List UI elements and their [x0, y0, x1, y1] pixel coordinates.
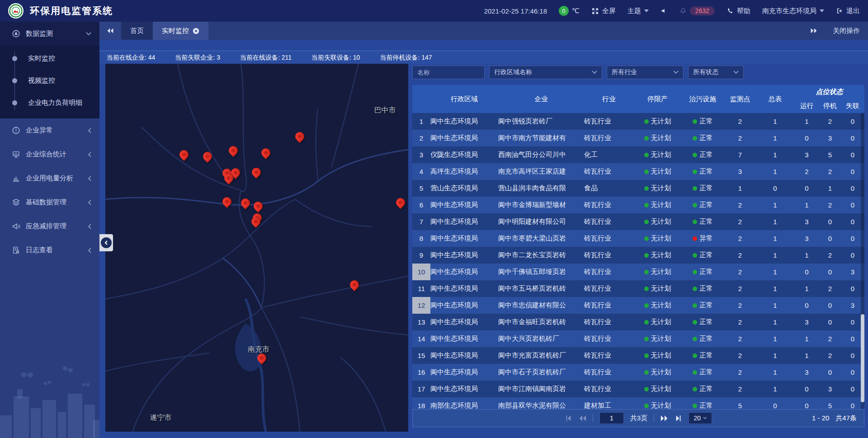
table-row[interactable]: 18南部生态环境局南部县双华水泥有限公建材加工无计划正常50050	[412, 397, 864, 409]
cell-region: 阆中生态环境局	[430, 280, 498, 297]
double-chevron-right-icon[interactable]	[810, 28, 817, 34]
table-row[interactable]: 10阆中生态环境局阆中千佛镇五郎垭页岩砖瓦行业无计划正常21003	[412, 264, 864, 280]
cell-stop: 无计划	[634, 213, 681, 230]
sidebar-item-enterprise-abnormal[interactable]: 企业异常	[0, 118, 99, 142]
map-pin[interactable]	[257, 353, 267, 365]
cell-region: 阆中生态环境局	[430, 230, 498, 247]
cell-points: 7	[724, 146, 756, 163]
cell-meters: 0	[756, 180, 794, 197]
cell-region: 阆中生态环境局	[430, 264, 498, 280]
table-row[interactable]: 14阆中生态环境局阆中大兴页岩机砖厂砖瓦行业无计划正常21120	[412, 330, 864, 347]
tabs-scroll-left-button[interactable]	[99, 22, 121, 40]
cell-region: 阆中生态环境局	[430, 247, 498, 264]
map-pin[interactable]	[253, 201, 263, 213]
sidebar-subitem-power-load-detail[interactable]: 企业电力负荷明细	[0, 92, 99, 114]
table-row[interactable]: 8阆中生态环境局阆中市枣碧大梁山页岩砖瓦行业无计划异常21300	[412, 230, 864, 247]
table-scrollbar[interactable]	[861, 113, 864, 409]
map-pin[interactable]	[349, 279, 359, 292]
industry-select[interactable]: 所有行业	[607, 66, 684, 79]
cell-run: 1	[794, 280, 819, 297]
cell-no: 7	[412, 213, 430, 230]
cell-facility: 正常	[681, 381, 724, 397]
table-row[interactable]: 6阆中生态环境局阆中市金博瑞新型墙材砖瓦行业无计划正常21120	[412, 197, 864, 213]
cell-stop_count: 0	[819, 230, 841, 247]
sidebar-item-power-usage-analysis[interactable]: 企业用电量分析	[0, 166, 99, 190]
pin-head-icon	[250, 165, 263, 178]
sidebar-subitem-label: 企业电力负荷明细	[28, 99, 82, 107]
page-number-input[interactable]	[599, 412, 624, 424]
table-row[interactable]: 1阆中生态环境局阆中强锐页岩砖厂砖瓦行业无计划正常21120	[412, 113, 864, 130]
sidebar-item-enterprise-stats[interactable]: 企业综合统计	[0, 142, 99, 166]
close-operations-button[interactable]: 关闭操作	[833, 27, 860, 35]
status-label: 无计划	[651, 217, 671, 226]
map-pin[interactable]	[295, 131, 305, 144]
map-pin[interactable]	[222, 196, 232, 209]
table-row[interactable]: 16阆中生态环境局阆中市石子页岩机砖厂砖瓦行业无计划正常21300	[412, 364, 864, 381]
sidebar-item-data-monitoring[interactable]: 数据监测	[0, 22, 99, 46]
map-pin[interactable]	[261, 147, 271, 160]
map-pin[interactable]	[224, 173, 234, 185]
tab-home[interactable]: 首页	[121, 22, 153, 40]
cell-facility: 正常	[681, 397, 724, 409]
last-page-button[interactable]	[675, 415, 682, 422]
map-pin[interactable]	[241, 198, 250, 210]
status-select[interactable]: 所有状态	[688, 66, 744, 79]
sidebar-collapse-button[interactable]	[99, 234, 113, 251]
table-row[interactable]: 7阆中生态环境局阆中明阳建材有限公司砖瓦行业无计划正常21300	[412, 213, 864, 230]
region-select[interactable]: 行政区域名称	[489, 66, 602, 79]
map-pin[interactable]	[396, 197, 406, 210]
table-row[interactable]: 4高坪生态环境局南充市高坪区王家店建砖瓦行业无计划正常31220	[412, 163, 864, 180]
sidebar-item-emergency-reduction[interactable]: 应急减排管理	[0, 214, 99, 238]
cell-meters: 1	[756, 230, 794, 247]
status-select-value: 所有状态	[693, 68, 718, 76]
scrollbar-thumb[interactable]	[861, 314, 864, 402]
table-row[interactable]: 12阆中生态环境局阆中市忠信建材有限公砖瓦行业无计划正常21003	[412, 297, 864, 314]
name-search-input[interactable]	[412, 66, 485, 79]
chevron-down-icon	[673, 71, 679, 74]
org-dropdown[interactable]: 南充市生态环境局	[762, 7, 824, 15]
prev-page-button[interactable]	[578, 415, 586, 422]
table-row[interactable]: 9阆中生态环境局阆中市二龙长宝页岩砖砖瓦行业无计划正常21120	[412, 247, 864, 264]
notification-area[interactable]: 2632	[679, 6, 715, 15]
status-label: 无计划	[651, 334, 671, 343]
map-pin[interactable]	[251, 216, 261, 229]
logout-button[interactable]: 退出	[836, 7, 860, 15]
status-dot-icon	[693, 287, 697, 291]
status-label: 正常	[699, 167, 713, 176]
table-row[interactable]: 17阆中生态环境局阆中市江南镇阆南页岩砖瓦行业无计划正常21030	[412, 381, 864, 397]
sidebar: 数据监测实时监控视频监控企业电力负荷明细企业异常企业综合统计企业用电量分析基础数…	[0, 22, 99, 438]
sidebar-subitem-realtime-monitor[interactable]: 实时监控	[0, 47, 99, 70]
status-label: 正常	[699, 251, 713, 259]
help-button[interactable]: 帮助	[726, 7, 750, 15]
status-dot-icon	[644, 253, 649, 258]
first-page-button[interactable]	[565, 415, 572, 422]
cell-stop_count: 5	[819, 397, 841, 409]
bullet-icon	[12, 100, 17, 105]
cell-region: 阆中生态环境局	[430, 347, 498, 364]
table-row[interactable]: 5营山生态环境局营山县润丰肉食品有限食品无计划正常10010	[412, 180, 864, 197]
enterprise-table: 行政区域 企业 行业 停限产 治污设施 监测点 总表 点位状态 运行 停机 失联…	[412, 85, 864, 409]
cell-meters: 1	[756, 213, 794, 230]
table-row[interactable]: 2阆中生态环境局阆中市南方节能建材有砖瓦行业无计划正常21030	[412, 130, 864, 146]
table-row[interactable]: 13阆中生态环境局阆中市金福旺页岩机砖砖瓦行业无计划正常21300	[412, 314, 864, 330]
column-group-point-status: 点位状态 运行 停机 失联	[794, 85, 864, 113]
pin-head-icon	[221, 195, 233, 208]
sidebar-item-log-view[interactable]: 日志查看	[0, 238, 99, 262]
sidebar-item-base-data[interactable]: 基础数据管理	[0, 190, 99, 214]
tab-realtime[interactable]: 实时监控	[153, 22, 208, 40]
fullscreen-button[interactable]: 全屏	[591, 7, 616, 15]
map-pin[interactable]	[179, 149, 189, 162]
table-row[interactable]: 15阆中生态环境局阆中市光富页岩机砖厂砖瓦行业无计划正常21120	[412, 347, 864, 364]
page-size-select[interactable]: 20	[689, 412, 712, 424]
table-row[interactable]: 11阆中生态环境局阆中市五马桥页岩机砖砖瓦行业无计划正常21120	[412, 280, 864, 297]
sound-toggle[interactable]	[660, 7, 668, 14]
map-pin[interactable]	[251, 167, 261, 179]
next-page-button[interactable]	[660, 415, 669, 422]
theme-dropdown[interactable]: 主题	[627, 7, 649, 15]
sidebar-subitem-video-monitor[interactable]: 视频监控	[0, 70, 99, 92]
cell-region: 阆中生态环境局	[430, 297, 498, 314]
map-pin[interactable]	[228, 145, 238, 158]
map-canvas[interactable]: 巴中市南充市遂宁市	[105, 64, 408, 432]
map-pin[interactable]	[203, 151, 212, 164]
table-row[interactable]: 3仪陇生态环境局西南油气田分公司川中化工无计划正常71350	[412, 146, 864, 163]
